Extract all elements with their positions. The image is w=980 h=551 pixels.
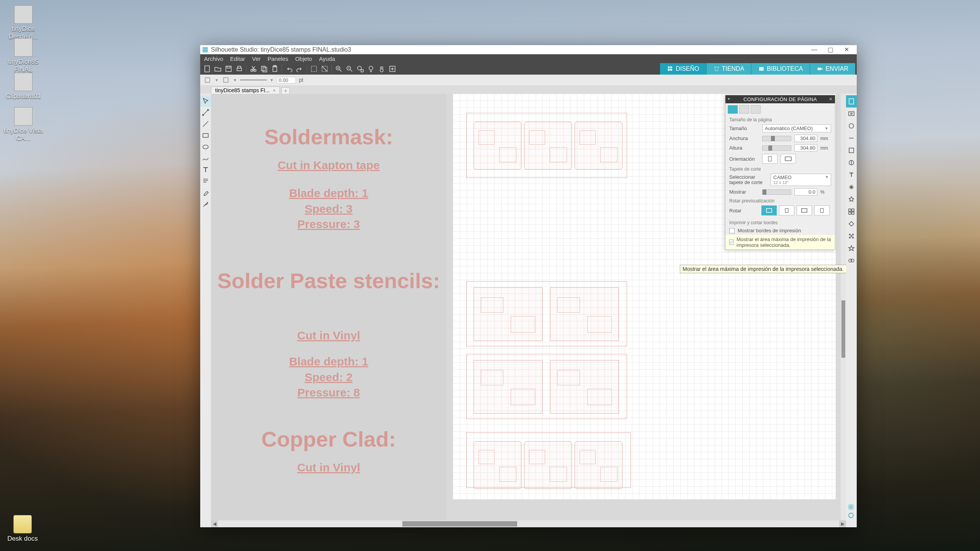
design-text[interactable]: Solder Paste stencils: <box>211 270 446 292</box>
width-slider[interactable] <box>762 136 791 141</box>
vertical-scrollbar[interactable] <box>841 94 846 520</box>
print-border-checkbox-row[interactable]: Mostrar bordes de impresión <box>725 226 835 235</box>
offset-panel-icon[interactable] <box>846 218 857 230</box>
orientation-landscape-button[interactable] <box>781 154 796 164</box>
contrast-icon[interactable] <box>846 156 857 169</box>
copy-icon[interactable] <box>259 64 270 74</box>
height-slider[interactable] <box>762 145 791 151</box>
design-group[interactable] <box>466 281 627 346</box>
max-print-area-checkbox-row[interactable]: ✓ Mostrar el área máxima de impresión de… <box>725 235 835 249</box>
rotate-270-button[interactable] <box>814 205 830 215</box>
maximize-button[interactable]: ▢ <box>822 46 838 54</box>
panel-header[interactable]: ▾ CONFIGURACIÓN DE PÁGINA ✕ <box>725 95 835 103</box>
line-style-dropdown-icon[interactable]: ▼ <box>270 78 274 82</box>
desktop-icon[interactable]: tinyDice85 FINAL <box>2 38 44 73</box>
design-shape[interactable] <box>575 441 622 489</box>
document-tab[interactable]: tinyDice85 stamps FI... × <box>211 86 280 94</box>
design-group[interactable] <box>466 354 627 419</box>
zoom-select-icon[interactable] <box>355 64 366 74</box>
stipple-panel-icon[interactable] <box>846 230 857 242</box>
width-input[interactable]: 304.80 <box>794 135 817 142</box>
design-text[interactable]: Soldermask: <box>211 124 446 149</box>
menu-object[interactable]: Objeto <box>295 55 312 62</box>
ellipse-tool-icon[interactable] <box>200 141 211 153</box>
rect-tool-icon[interactable] <box>200 130 211 141</box>
transform-panel-icon[interactable] <box>846 181 857 193</box>
mode-store[interactable]: TIENDA <box>706 63 751 75</box>
line-style-preview[interactable] <box>240 80 267 80</box>
pixscan-icon[interactable] <box>846 108 857 120</box>
zoom-drag-icon[interactable] <box>366 64 376 74</box>
close-button[interactable]: ✕ <box>838 46 854 54</box>
fit-page-icon[interactable] <box>387 64 398 74</box>
design-text[interactable]: Blade depth: 1 Speed: 3 Pressure: 3 <box>211 186 446 232</box>
line-color-icon[interactable] <box>222 76 230 84</box>
design-shape[interactable] <box>474 441 521 489</box>
design-shape[interactable] <box>550 287 619 341</box>
line-width-input[interactable]: 0.00 <box>277 77 296 83</box>
size-select[interactable]: Automático (CAMEO)▼ <box>762 124 831 132</box>
pan-icon[interactable] <box>376 64 387 74</box>
library-panel-icon[interactable] <box>846 242 857 254</box>
scroll-right-icon[interactable]: ▶ <box>839 520 846 527</box>
mat-select[interactable]: CAMEO12 x 12"▼ <box>771 174 831 186</box>
design-text[interactable]: Cut in Kapton tape <box>211 159 446 172</box>
design-text[interactable]: Copper Clad: <box>211 427 446 452</box>
design-shape[interactable] <box>550 360 619 414</box>
zoom-out-icon[interactable] <box>344 64 355 74</box>
mode-design[interactable]: DISEÑO <box>660 63 706 75</box>
open-icon[interactable] <box>212 64 223 74</box>
scroll-left-icon[interactable]: ◀ <box>211 520 218 527</box>
titlebar[interactable]: Silhouette Studio: tinyDice85 stamps FIN… <box>200 45 857 54</box>
panel-tab-grid[interactable] <box>739 105 749 114</box>
menu-file[interactable]: Archivo <box>204 55 223 62</box>
checkbox-icon[interactable] <box>729 228 735 233</box>
design-text[interactable]: Cut in Vinyl <box>211 329 446 342</box>
redo-icon[interactable] <box>294 64 305 74</box>
desktop-icon[interactable]: Clipboard01 <box>2 73 44 100</box>
menu-view[interactable]: Ver <box>252 55 261 62</box>
menu-help[interactable]: Ayuda <box>319 55 335 62</box>
text-panel-icon[interactable] <box>846 169 857 181</box>
deselect-icon[interactable] <box>319 64 330 74</box>
add-tab-button[interactable]: + <box>281 87 290 94</box>
fill-panel-icon[interactable] <box>846 120 857 132</box>
checkbox-icon[interactable]: ✓ <box>729 240 733 245</box>
eraser-tool-icon[interactable] <box>200 187 211 199</box>
design-group[interactable] <box>466 432 631 488</box>
design-shape[interactable] <box>575 122 622 170</box>
collapse-icon[interactable]: ▾ <box>728 96 730 101</box>
menu-panels[interactable]: Paneles <box>268 55 288 62</box>
design-shape[interactable] <box>474 122 521 170</box>
height-input[interactable]: 304.80 <box>794 144 817 152</box>
design-text[interactable]: Blade depth: 1 Speed: 2 Pressure: 8 <box>211 354 446 401</box>
desktop-icon[interactable]: tinyDice Desde d... <box>2 5 44 41</box>
line-tool-icon[interactable] <box>200 118 211 130</box>
canvas[interactable]: Soldermask: Cut in Kapton tape Blade dep… <box>211 94 846 527</box>
panel-close-icon[interactable]: ✕ <box>829 96 833 102</box>
mode-library[interactable]: BIBLIOTECA <box>751 63 810 75</box>
orientation-portrait-button[interactable] <box>762 154 777 164</box>
theme-icon[interactable] <box>848 512 855 519</box>
save-icon[interactable] <box>223 64 234 74</box>
select-all-icon[interactable] <box>309 64 319 74</box>
show-slider[interactable] <box>762 189 791 195</box>
panel-tab-page[interactable] <box>728 105 738 114</box>
note-tool-icon[interactable] <box>200 176 211 187</box>
cut-icon[interactable] <box>248 64 259 74</box>
minimize-button[interactable]: — <box>806 46 822 54</box>
knife-tool-icon[interactable] <box>200 199 211 210</box>
rotate-180-button[interactable] <box>797 205 812 215</box>
desktop-icon[interactable]: tinyDice Vista CA... <box>2 107 44 142</box>
mode-send[interactable]: ENVIAR <box>810 63 855 75</box>
select-tool-icon[interactable] <box>200 95 211 107</box>
text-tool-icon[interactable] <box>200 164 211 176</box>
undo-icon[interactable] <box>284 64 294 74</box>
design-shape[interactable] <box>524 122 572 170</box>
freehand-tool-icon[interactable] <box>200 153 211 164</box>
paste-icon[interactable] <box>270 64 280 74</box>
nesting-panel-icon[interactable] <box>846 254 857 267</box>
design-text[interactable]: Cut in Vinyl <box>211 461 446 474</box>
horizontal-scrollbar[interactable]: ◀ ▶ <box>211 520 846 527</box>
design-shape[interactable] <box>474 287 542 341</box>
